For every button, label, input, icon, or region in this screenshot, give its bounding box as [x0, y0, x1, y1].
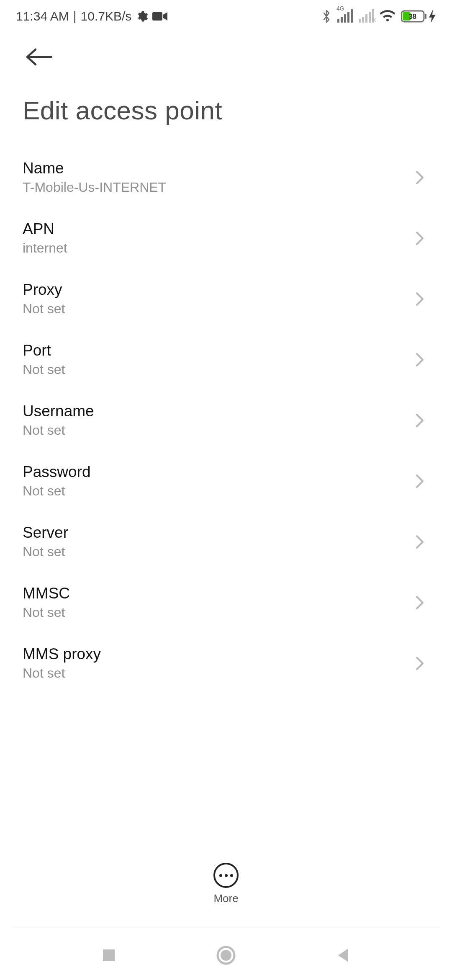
signal-bars-icon: [337, 10, 353, 23]
settings-list: Name T-Mobile-Us-INTERNET APN internet P…: [0, 147, 452, 694]
bottom-action-bar: More: [0, 863, 452, 905]
setting-value: Not set: [23, 483, 90, 499]
more-label: More: [213, 892, 238, 905]
status-bar: 11:34 AM | 10.7KB/s 4G ✕: [0, 0, 452, 33]
setting-label: Proxy: [23, 281, 65, 299]
setting-label: Port: [23, 342, 65, 359]
setting-label: Username: [23, 402, 94, 420]
more-button[interactable]: [213, 863, 239, 888]
gear-icon: [136, 10, 148, 23]
triangle-left-icon: [336, 947, 351, 964]
setting-label: Server: [23, 524, 68, 542]
video-icon: [152, 11, 167, 21]
chevron-right-icon: [414, 412, 431, 429]
more-dots-icon: [219, 874, 233, 877]
chevron-right-icon: [414, 594, 431, 611]
setting-mms-proxy[interactable]: MMS proxy Not set: [20, 633, 432, 694]
chevron-right-icon: [414, 169, 431, 186]
nav-recent-button[interactable]: [96, 943, 121, 968]
setting-mmsc[interactable]: MMSC Not set: [20, 572, 432, 633]
no-signal-x-icon: ✕: [371, 16, 377, 24]
svg-rect-0: [152, 12, 162, 21]
app-header: [0, 33, 452, 90]
setting-name[interactable]: Name T-Mobile-Us-INTERNET: [20, 147, 432, 208]
signal-sim1: 4G: [337, 10, 353, 23]
setting-label: Password: [23, 463, 90, 481]
chevron-right-icon: [414, 534, 431, 550]
wifi-icon: [380, 10, 395, 23]
setting-value: T-Mobile-Us-INTERNET: [23, 180, 166, 195]
chevron-right-icon: [414, 291, 431, 307]
setting-label: MMSC: [23, 585, 70, 602]
chevron-right-icon: [414, 351, 431, 368]
setting-port[interactable]: Port Not set: [20, 329, 432, 390]
page-title: Edit access point: [0, 90, 452, 147]
status-right: 4G ✕ 38: [321, 9, 436, 23]
network-4g-label: 4G: [336, 5, 344, 12]
chevron-right-icon: [414, 655, 431, 672]
chevron-right-icon: [414, 473, 431, 490]
status-speed: 10.7KB/s: [81, 9, 132, 23]
square-icon: [101, 948, 116, 963]
system-nav-bar: [0, 931, 452, 980]
setting-value: Not set: [23, 665, 101, 681]
back-button[interactable]: [23, 40, 56, 74]
status-time: 11:34 AM: [16, 9, 69, 23]
nav-back-button[interactable]: [331, 943, 356, 968]
setting-label: APN: [23, 220, 67, 238]
nav-divider: [13, 928, 439, 928]
chevron-right-icon: [414, 230, 431, 247]
setting-username[interactable]: Username Not set: [20, 390, 432, 451]
circle-icon: [216, 946, 236, 965]
setting-apn[interactable]: APN internet: [20, 208, 432, 268]
battery-indicator: 38: [401, 10, 436, 23]
nav-home-button[interactable]: [213, 943, 239, 968]
setting-value: Not set: [23, 544, 68, 560]
setting-label: MMS proxy: [23, 645, 101, 663]
status-separator: |: [73, 9, 77, 23]
svg-point-7: [221, 950, 231, 961]
setting-password[interactable]: Password Not set: [20, 451, 432, 511]
bluetooth-icon: [321, 9, 331, 23]
setting-value: Not set: [23, 301, 65, 317]
setting-proxy[interactable]: Proxy Not set: [20, 268, 432, 329]
svg-rect-5: [103, 949, 115, 961]
setting-server[interactable]: Server Not set: [20, 511, 432, 572]
setting-label: Name: [23, 160, 166, 177]
setting-value: Not set: [23, 605, 70, 620]
signal-sim2: ✕: [359, 10, 374, 23]
setting-value: internet: [23, 240, 67, 256]
arrow-left-icon: [26, 48, 53, 66]
status-left: 11:34 AM | 10.7KB/s: [16, 9, 167, 23]
setting-value: Not set: [23, 423, 94, 438]
setting-value: Not set: [23, 362, 65, 377]
svg-rect-3: [425, 14, 426, 19]
battery-percent-text: 38: [409, 13, 416, 20]
charging-bolt-icon: [429, 10, 436, 23]
